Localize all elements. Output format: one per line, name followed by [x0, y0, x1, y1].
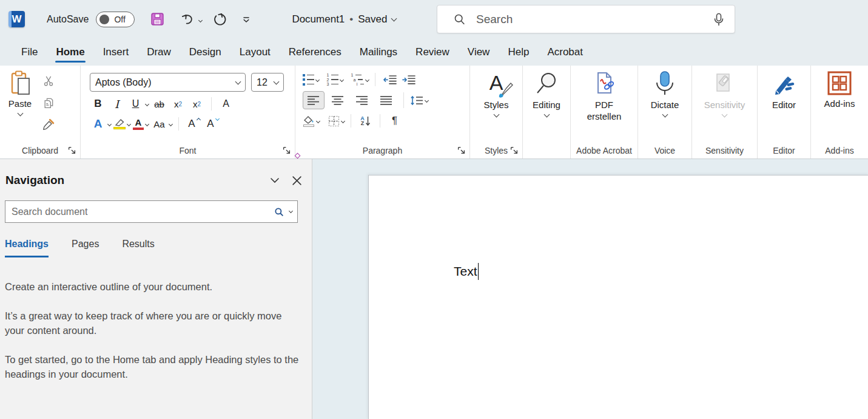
align-left-button[interactable]: [303, 91, 325, 109]
subscript-mark: 2: [178, 101, 182, 107]
bold-button[interactable]: B: [90, 96, 106, 112]
group-editor: Editor Editor: [758, 66, 811, 158]
navigation-pane-close-button[interactable]: [288, 171, 306, 189]
cut-button[interactable]: [40, 73, 56, 89]
search-input[interactable]: [476, 13, 713, 26]
font-divider: [211, 97, 212, 111]
dictate-button[interactable]: Dictate: [651, 66, 679, 142]
nav-paragraph: To get started, go to the Home tab and a…: [5, 352, 301, 381]
nav-tab-headings[interactable]: Headings: [5, 239, 49, 257]
shrink-font-button[interactable]: A: [204, 116, 220, 132]
styles-button[interactable]: A Styles: [483, 66, 510, 142]
font-size-combo[interactable]: 12: [251, 73, 284, 92]
numbering-button[interactable]: 1 2 3: [326, 73, 343, 86]
document-canvas[interactable]: Text: [312, 159, 868, 419]
tab-design[interactable]: Design: [180, 38, 230, 66]
redo-button[interactable]: [209, 9, 230, 30]
subscript-button[interactable]: x2: [170, 96, 186, 112]
grow-font-button[interactable]: A: [185, 116, 201, 132]
line-spacing-button[interactable]: [410, 95, 428, 106]
text-effects-button[interactable]: A: [90, 116, 111, 132]
clear-formatting-button[interactable]: A: [218, 96, 234, 112]
superscript-button[interactable]: x2: [189, 96, 205, 112]
word-logo-icon[interactable]: W: [8, 11, 25, 27]
borders-chevron-icon: [341, 118, 345, 123]
autosave-state: Off: [114, 15, 125, 24]
highlight-icon: [113, 118, 126, 129]
clipboard-dialog-launcher[interactable]: [68, 146, 77, 155]
highlight-button[interactable]: [113, 118, 130, 129]
format-painter-button[interactable]: [40, 117, 56, 132]
customize-quick-access-button[interactable]: [236, 9, 257, 30]
multilevel-list-button[interactable]: 1 a i: [351, 73, 369, 86]
tab-help[interactable]: Help: [499, 38, 538, 66]
tab-acrobat[interactable]: Acrobat: [538, 38, 592, 66]
decrease-indent-button[interactable]: [382, 72, 398, 87]
styles-dialog-launcher[interactable]: [510, 146, 519, 155]
shading-button[interactable]: [303, 115, 320, 127]
italic-button[interactable]: I: [109, 96, 125, 112]
font-size-chevron-icon: [274, 78, 280, 84]
editing-button[interactable]: Editing: [533, 66, 560, 142]
justify-button[interactable]: [375, 91, 397, 109]
paste-button[interactable]: Paste: [0, 66, 40, 142]
tab-view[interactable]: View: [459, 38, 499, 66]
sort-button[interactable]: A Z: [357, 113, 374, 129]
tab-references[interactable]: References: [280, 38, 351, 66]
nav-tab-results[interactable]: Results: [122, 239, 154, 257]
document-search-input[interactable]: [12, 206, 274, 217]
copy-icon: [42, 97, 55, 109]
justify-icon: [380, 95, 392, 105]
document-title[interactable]: Document1 • Saved: [292, 13, 396, 26]
sort-icon: A Z: [360, 116, 365, 126]
navigation-pane-collapse-button[interactable]: [266, 171, 284, 189]
document-search-box[interactable]: [5, 200, 298, 223]
strikethrough-button[interactable]: ab: [151, 96, 167, 112]
styles-icon: A: [483, 70, 510, 97]
font-dialog-launcher[interactable]: [283, 146, 292, 155]
tab-home[interactable]: Home: [47, 38, 93, 66]
font-color-button[interactable]: A: [133, 118, 149, 130]
tab-draw[interactable]: Draw: [138, 38, 180, 66]
document-page[interactable]: Text: [368, 175, 868, 419]
copy-button[interactable]: [40, 95, 56, 111]
tab-mailings[interactable]: Mailings: [351, 38, 406, 66]
increase-indent-button[interactable]: [400, 72, 417, 87]
align-right-button[interactable]: [351, 91, 373, 109]
mic-icon[interactable]: [713, 12, 725, 27]
tab-review[interactable]: Review: [406, 38, 459, 66]
pdf-erstellen-button[interactable]: PDF erstellen: [581, 66, 627, 142]
group-clipboard: Paste: [0, 66, 81, 158]
align-right-icon: [356, 95, 368, 105]
search-box[interactable]: [437, 5, 735, 33]
paste-icon: [9, 70, 31, 96]
document-search-icon[interactable]: [274, 206, 284, 217]
tab-layout[interactable]: Layout: [230, 38, 280, 66]
document-text[interactable]: Text: [454, 263, 479, 280]
align-center-button[interactable]: [327, 91, 349, 109]
add-ins-button[interactable]: Add-ins: [824, 66, 855, 142]
search-options-chevron-icon[interactable]: [289, 209, 293, 213]
font-name-combo[interactable]: Aptos (Body): [90, 73, 246, 92]
numbering-chevron-icon: [340, 77, 344, 81]
save-button[interactable]: [147, 9, 167, 30]
editor-button[interactable]: Editor: [771, 66, 798, 142]
paste-dropdown-chevron-icon[interactable]: [17, 111, 23, 117]
toggle-knob-icon: [99, 15, 109, 24]
underline-button[interactable]: U: [127, 96, 149, 112]
undo-dropdown-chevron-icon[interactable]: [198, 18, 203, 22]
undo-button[interactable]: [177, 9, 198, 30]
change-case-button[interactable]: Aa: [151, 116, 172, 132]
sensitivity-button[interactable]: Sensitivity: [704, 66, 745, 142]
sensitivity-icon: [712, 70, 738, 97]
group-sensitivity: Sensitivity Sensitivity: [692, 66, 758, 158]
tab-insert[interactable]: Insert: [94, 38, 138, 66]
font-name-value: Aptos (Body): [95, 77, 236, 88]
bullets-button[interactable]: [303, 73, 319, 86]
paragraph-dialog-launcher[interactable]: [457, 146, 466, 155]
tab-file[interactable]: File: [12, 38, 47, 66]
show-formatting-marks-button[interactable]: ¶: [386, 113, 403, 129]
nav-tab-pages[interactable]: Pages: [72, 239, 99, 257]
autosave-toggle[interactable]: Off: [96, 12, 135, 27]
borders-button[interactable]: [328, 115, 345, 127]
